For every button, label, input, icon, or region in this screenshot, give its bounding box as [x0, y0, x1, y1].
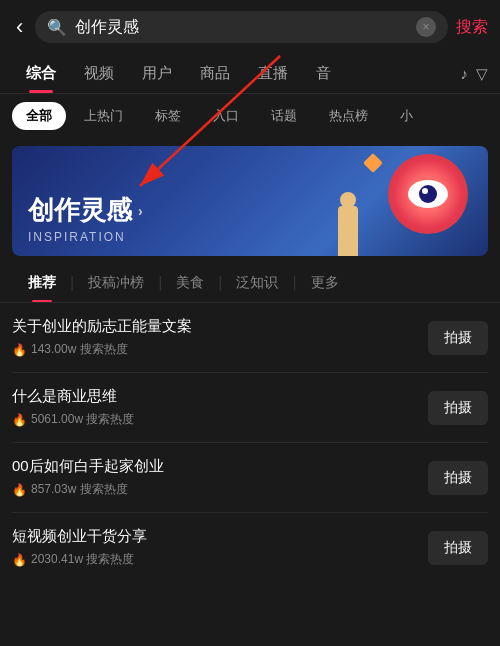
nav-tab-icons: ♪ ▽: [461, 65, 489, 83]
item-title-1: 什么是商业思维: [12, 387, 428, 406]
deco-figure: [328, 166, 388, 256]
content-tab-更多[interactable]: 更多: [299, 264, 351, 302]
item-info-2: 00后如何白手起家创业 🔥 857.03w 搜索热度: [12, 457, 428, 498]
nav-tabs: 综合 视频 用户 商品 直播 音 ♪ ▽: [0, 54, 500, 94]
nav-tab-直播[interactable]: 直播: [244, 54, 302, 93]
tab-sep-4: |: [290, 274, 298, 292]
sub-tab-入口[interactable]: 入口: [199, 102, 253, 130]
item-meta-3: 🔥 2030.41w 搜索热度: [12, 551, 428, 568]
content-tab-美食[interactable]: 美食: [164, 264, 216, 302]
tab-sep-1: |: [68, 274, 76, 292]
item-heat-2: 857.03w 搜索热度: [31, 481, 128, 498]
nav-tab-音[interactable]: 音: [302, 54, 345, 93]
sub-tab-话题[interactable]: 话题: [257, 102, 311, 130]
deco-shape-1: [363, 153, 383, 173]
item-title-0: 关于创业的励志正能量文案: [12, 317, 428, 336]
content-tabs: 推荐 | 投稿冲榜 | 美食 | 泛知识 | 更多: [0, 264, 500, 303]
item-info-3: 短视频创业干货分享 🔥 2030.41w 搜索热度: [12, 527, 428, 568]
sub-tab-热点榜[interactable]: 热点榜: [315, 102, 382, 130]
search-input[interactable]: [75, 18, 408, 36]
banner[interactable]: 创作灵感 › INSPIRATION: [12, 146, 488, 256]
nav-tab-商品[interactable]: 商品: [186, 54, 244, 93]
fire-icon-3: 🔥: [12, 553, 27, 567]
fire-icon-1: 🔥: [12, 413, 27, 427]
sub-tab-小[interactable]: 小: [386, 102, 427, 130]
search-icon: 🔍: [47, 18, 67, 37]
clear-button[interactable]: ×: [416, 17, 436, 37]
nav-tab-视频[interactable]: 视频: [70, 54, 128, 93]
shoot-button-2[interactable]: 拍摄: [428, 461, 488, 495]
tab-sep-3: |: [216, 274, 224, 292]
search-submit-button[interactable]: 搜索: [456, 17, 488, 38]
item-title-2: 00后如何白手起家创业: [12, 457, 428, 476]
fire-icon-0: 🔥: [12, 343, 27, 357]
shoot-button-3[interactable]: 拍摄: [428, 531, 488, 565]
content-tab-推荐[interactable]: 推荐: [16, 264, 68, 302]
deco-eye: [408, 180, 448, 208]
item-meta-0: 🔥 143.00w 搜索热度: [12, 341, 428, 358]
nav-tab-用户[interactable]: 用户: [128, 54, 186, 93]
sub-tabs: 全部 上热门 标签 入口 话题 热点榜 小: [0, 94, 500, 138]
back-button[interactable]: ‹: [12, 10, 27, 44]
item-info-1: 什么是商业思维 🔥 5061.00w 搜索热度: [12, 387, 428, 428]
filter-icon[interactable]: ▽: [476, 65, 488, 83]
deco-pupil: [419, 185, 437, 203]
fire-icon-2: 🔥: [12, 483, 27, 497]
banner-arrow: ›: [138, 203, 143, 219]
item-meta-1: 🔥 5061.00w 搜索热度: [12, 411, 428, 428]
list-item: 关于创业的励志正能量文案 🔥 143.00w 搜索热度 拍摄: [12, 303, 488, 373]
list-item: 短视频创业干货分享 🔥 2030.41w 搜索热度 拍摄: [12, 513, 488, 582]
nav-tab-综合[interactable]: 综合: [12, 54, 70, 93]
item-heat-1: 5061.00w 搜索热度: [31, 411, 134, 428]
figure-body: [338, 206, 358, 256]
deco-shapes: [366, 156, 380, 170]
shoot-button-1[interactable]: 拍摄: [428, 391, 488, 425]
header: ‹ 🔍 × 搜索: [0, 0, 500, 54]
content-tab-泛知识[interactable]: 泛知识: [224, 264, 290, 302]
content-tab-投稿冲榜[interactable]: 投稿冲榜: [76, 264, 156, 302]
search-bar: 🔍 ×: [35, 11, 448, 43]
item-meta-2: 🔥 857.03w 搜索热度: [12, 481, 428, 498]
music-icon: ♪: [461, 65, 469, 83]
item-heat-3: 2030.41w 搜索热度: [31, 551, 134, 568]
list-item: 什么是商业思维 🔥 5061.00w 搜索热度 拍摄: [12, 373, 488, 443]
sub-tab-标签[interactable]: 标签: [141, 102, 195, 130]
item-info-0: 关于创业的励志正能量文案 🔥 143.00w 搜索热度: [12, 317, 428, 358]
sub-tab-全部[interactable]: 全部: [12, 102, 66, 130]
shoot-button-0[interactable]: 拍摄: [428, 321, 488, 355]
list-item: 00后如何白手起家创业 🔥 857.03w 搜索热度 拍摄: [12, 443, 488, 513]
item-heat-0: 143.00w 搜索热度: [31, 341, 128, 358]
banner-decoration: [308, 146, 488, 256]
deco-eye-circle: [388, 154, 468, 234]
list-container: 关于创业的励志正能量文案 🔥 143.00w 搜索热度 拍摄 什么是商业思维 🔥…: [0, 303, 500, 582]
tab-sep-2: |: [156, 274, 164, 292]
sub-tab-上热门[interactable]: 上热门: [70, 102, 137, 130]
item-title-3: 短视频创业干货分享: [12, 527, 428, 546]
banner-title-text: 创作灵感: [28, 193, 132, 228]
